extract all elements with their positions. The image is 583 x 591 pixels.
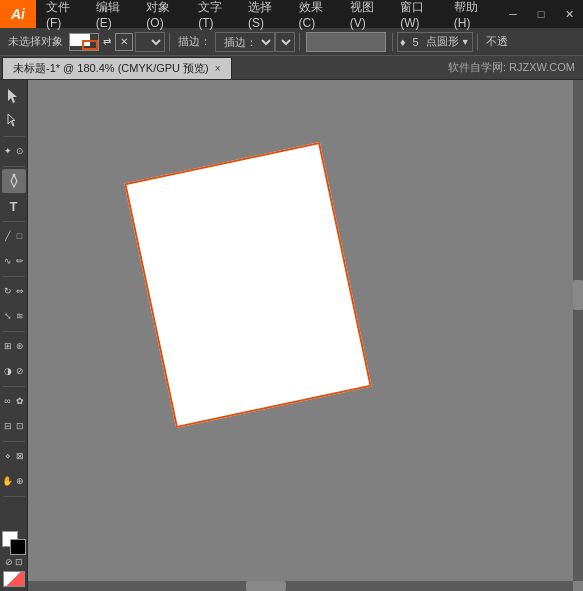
blend-tool[interactable]: ∞ xyxy=(2,389,14,413)
separator-1 xyxy=(169,33,170,51)
tool-row-7: ◑ ⊘ xyxy=(2,359,26,383)
menu-type[interactable]: 文字(T) xyxy=(192,0,242,28)
tool-row-10: ⋄ ⊠ xyxy=(2,444,26,468)
site-watermark: 软件自学网: RJZXW.COM xyxy=(448,55,583,79)
tab-bar: 未标题-1* @ 180.4% (CMYK/GPU 预览) × 软件自学网: R… xyxy=(0,56,583,80)
tool-bottom xyxy=(1,571,27,591)
reflect-tool[interactable]: ⇔ xyxy=(14,279,26,303)
tool-separator-3 xyxy=(3,221,25,222)
snap-select[interactable]: 插边： xyxy=(215,32,275,52)
fill-stroke-indicator[interactable] xyxy=(69,33,99,51)
horizontal-scrollbar-thumb[interactable] xyxy=(246,581,286,591)
tool-row-2: ╱ □ xyxy=(2,224,26,248)
stroke-options-select[interactable]: ▼ xyxy=(135,32,165,52)
eyedropper-tool[interactable]: ⊘ xyxy=(14,359,26,383)
ai-logo: Ai xyxy=(0,0,36,28)
swatch-controls: ⊘ ⊡ xyxy=(5,557,23,567)
type-tool[interactable]: T xyxy=(2,194,26,218)
snap-label: 描边： xyxy=(174,34,215,49)
points-dropdown-icon[interactable]: ▼ xyxy=(461,37,470,47)
direct-selection-tool[interactable] xyxy=(2,109,26,133)
slice-tool[interactable]: ⋄ xyxy=(2,444,14,468)
gradient-tool[interactable]: ◑ xyxy=(2,359,14,383)
points-shape: 点圆形 xyxy=(426,34,459,49)
menu-select[interactable]: 选择(S) xyxy=(242,0,293,28)
separator-3 xyxy=(392,33,393,51)
swap-icon[interactable]: ⇄ xyxy=(101,36,113,47)
tool-separator-7 xyxy=(3,441,25,442)
tool-row-5: ⤡ ≋ xyxy=(2,304,26,328)
vertical-scrollbar[interactable] xyxy=(573,80,583,581)
magic-wand-tool[interactable]: ✦ xyxy=(2,139,14,163)
tool-row-3: ∿ ✏ xyxy=(2,249,26,273)
hand-tool[interactable]: ✋ xyxy=(2,469,14,493)
lasso-tool[interactable]: ⊙ xyxy=(14,139,26,163)
minimize-button[interactable]: ─ xyxy=(499,0,527,28)
svg-point-2 xyxy=(12,174,15,177)
tool-row-11: ✋ ⊕ xyxy=(2,469,26,493)
snap-type-select[interactable]: ▼ xyxy=(275,32,295,52)
default-colors-icon[interactable] xyxy=(3,571,25,587)
none-color-box[interactable]: ✕ xyxy=(115,33,133,51)
crop-tool[interactable]: ⊠ xyxy=(14,444,26,468)
menu-view[interactable]: 视图(V) xyxy=(344,0,395,28)
color-swatches: ⊘ ⊡ xyxy=(0,531,28,571)
menu-effect[interactable]: 效果(C) xyxy=(293,0,344,28)
warp-tool[interactable]: ≋ xyxy=(14,304,26,328)
column-graph-tool[interactable]: ⊟ xyxy=(2,414,14,438)
menu-object[interactable]: 对象(O) xyxy=(140,0,192,28)
tool-separator-5 xyxy=(3,331,25,332)
mesh-tool[interactable]: ⊛ xyxy=(14,334,26,358)
rotate-tool[interactable]: ↻ xyxy=(2,279,14,303)
vertical-scrollbar-thumb[interactable] xyxy=(573,280,583,310)
tool-separator-1 xyxy=(3,136,25,137)
pen-tool[interactable] xyxy=(2,169,26,193)
tool-row-1: ✦ ⊙ xyxy=(2,139,26,163)
opacity-label: 不透 xyxy=(482,34,512,49)
scale-tool[interactable]: ⤡ xyxy=(2,304,14,328)
none-swatch[interactable]: ⊘ xyxy=(5,557,13,567)
tab-title: 未标题-1* @ 180.4% (CMYK/GPU 预览) xyxy=(13,61,209,76)
points-input[interactable]: ♦ 点圆形 ▼ xyxy=(397,32,473,52)
titlebar: Ai 文件(F) 编辑(E) 对象(O) 文字(T) 选择(S) 效果(C) 视… xyxy=(0,0,583,28)
line-tool[interactable]: ╱ xyxy=(2,224,14,248)
tab-close-button[interactable]: × xyxy=(215,63,221,74)
menu-window[interactable]: 窗口(W) xyxy=(394,0,448,28)
color-mode-icon[interactable]: ⊡ xyxy=(15,557,23,567)
toolbar: ✦ ⊙ T ╱ □ ∿ ✏ ↻ ⇔ ⤡ ≋ xyxy=(0,80,28,591)
points-value[interactable] xyxy=(406,36,426,48)
horizontal-scrollbar[interactable] xyxy=(28,581,573,591)
artboard-tool[interactable]: ⊡ xyxy=(14,414,26,438)
graph-tool[interactable]: ⊞ xyxy=(2,334,14,358)
document-tab[interactable]: 未标题-1* @ 180.4% (CMYK/GPU 预览) × xyxy=(2,57,232,79)
menu-bar: 文件(F) 编辑(E) 对象(O) 文字(T) 选择(S) 效果(C) 视图(V… xyxy=(36,0,499,28)
paintbrush-tool[interactable]: ∿ xyxy=(2,249,14,273)
menu-edit[interactable]: 编辑(E) xyxy=(90,0,141,28)
selection-tool[interactable] xyxy=(2,84,26,108)
svg-marker-1 xyxy=(8,114,15,126)
selection-label: 未选择对象 xyxy=(4,34,67,49)
tool-row-9: ⊟ ⊡ xyxy=(2,414,26,438)
tool-separator-2 xyxy=(3,166,25,167)
stroke-swatch xyxy=(10,539,26,555)
maximize-button[interactable]: □ xyxy=(527,0,555,28)
pencil-tool[interactable]: ✏ xyxy=(14,249,26,273)
tool-separator-8 xyxy=(3,496,25,497)
options-bar: 未选择对象 ⇄ ✕ ▼ 描边： 插边： ▼ ♦ 点圆形 ▼ 不透 xyxy=(0,28,583,56)
color-box-gray xyxy=(306,32,386,52)
tool-separator-6 xyxy=(3,386,25,387)
main-area: ✦ ⊙ T ╱ □ ∿ ✏ ↻ ⇔ ⤡ ≋ xyxy=(0,80,583,591)
tool-row-8: ∞ ✿ xyxy=(2,389,26,413)
tool-row-6: ⊞ ⊛ xyxy=(2,334,26,358)
fill-stroke-swatch[interactable] xyxy=(2,531,26,555)
stroke-box xyxy=(82,40,98,50)
menu-help[interactable]: 帮助(H) xyxy=(448,0,499,28)
close-button[interactable]: ✕ xyxy=(555,0,583,28)
menu-file[interactable]: 文件(F) xyxy=(40,0,90,28)
rect-tool[interactable]: □ xyxy=(14,224,26,248)
symbol-tool[interactable]: ✿ xyxy=(14,389,26,413)
zoom-tool[interactable]: ⊕ xyxy=(14,469,26,493)
separator-4 xyxy=(477,33,478,51)
svg-marker-0 xyxy=(8,89,17,103)
separator-2 xyxy=(299,33,300,51)
